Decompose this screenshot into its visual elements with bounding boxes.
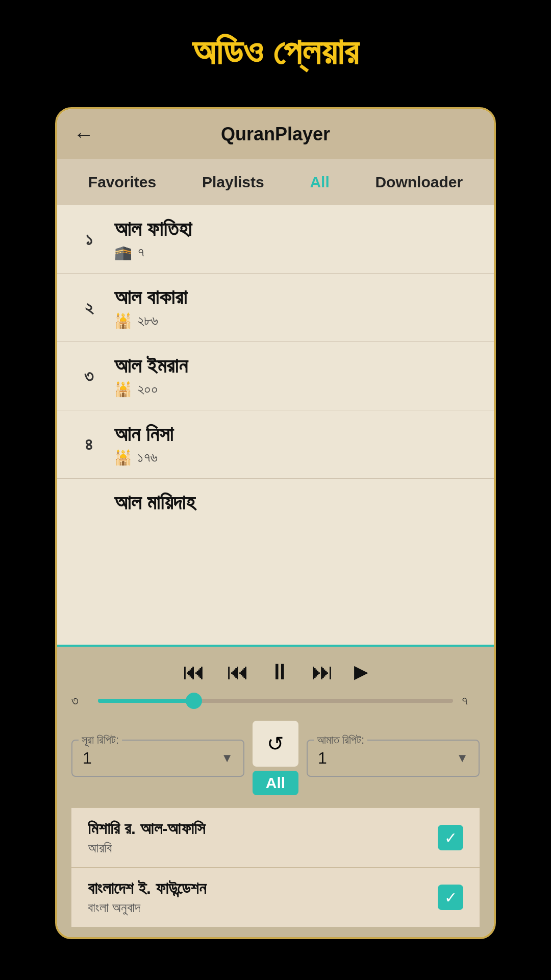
surah-name-4: আন নিসা	[114, 423, 478, 446]
tab-favorites[interactable]: Favorites	[84, 172, 160, 193]
mosque-icon-1: 🕋	[114, 244, 132, 261]
phone-frame: ← QuranPlayer Favorites Playlists All Do…	[55, 107, 496, 939]
surah-item-1[interactable]: ১ আল ফাতিহা 🕋 ৭	[57, 205, 494, 274]
reciter-info-2: বাংলাদেশ ই. ফাউন্ডেশন বাংলা অনুবাদ	[88, 879, 438, 916]
surah-info-3: আল ইমরান 🕌 ২০০	[114, 354, 478, 398]
surah-meta-4: 🕌 ১৭৬	[114, 449, 478, 466]
page-title: অডিও প্লেয়ার	[192, 31, 359, 74]
mosque-icon-4: 🕌	[114, 449, 132, 466]
next-chapter-button[interactable]: ⏭	[311, 659, 334, 684]
surah-number-2: ২	[73, 298, 104, 318]
ayat-repeat-select[interactable]: 1 ▼	[318, 749, 468, 768]
reciter-item-2[interactable]: বাংলাদেশ ই. ফাউন্ডেশন বাংলা অনুবাদ ✓	[71, 867, 480, 927]
reciter-item-1[interactable]: মিশারি র. আল-আফাসি আরবি ✓	[71, 807, 480, 867]
ayat-repeat-label: আমাত রিপিট:	[314, 733, 367, 747]
progress-track[interactable]	[98, 699, 453, 703]
app-header: ← QuranPlayer	[57, 109, 494, 159]
surah-item-3[interactable]: ৩ আল ইমরান 🕌 ২০০	[57, 342, 494, 410]
surah-name-2: আল বাকারা	[114, 286, 478, 309]
surah-list: ১ আল ফাতিহা 🕋 ৭ ২ আল বাকারা 🕌 ২৮৬ ৩	[57, 205, 494, 645]
repeat-row: সূরা রিপিট: 1 ▼ ↺ All আমাত রিপিট: 1 ▼	[71, 721, 480, 795]
surah-count-2: ২৮৬	[137, 312, 158, 329]
back-button[interactable]: ←	[73, 123, 94, 146]
surah-meta-1: 🕋 ৭	[114, 244, 478, 261]
surah-item-2[interactable]: ২ আল বাকারা 🕌 ২৮৬	[57, 274, 494, 342]
reciter-lang-2: বাংলা অনুবাদ	[88, 900, 438, 916]
nav-tabs: Favorites Playlists All Downloader	[57, 159, 494, 205]
player-controls: ⏮ ⏭ ⏸ ⏭ ▶	[71, 659, 480, 684]
surah-info-2: আল বাকারা 🕌 ২৮৬	[114, 286, 478, 329]
tab-all[interactable]: All	[306, 172, 333, 193]
surah-repeat-select[interactable]: 1 ▼	[83, 749, 233, 768]
prev-chapter-button[interactable]: ⏭	[226, 659, 248, 684]
surah-count-4: ১৭৬	[137, 449, 158, 466]
surah-meta-3: 🕌 ২০০	[114, 381, 478, 398]
surah-name-3: আল ইমরান	[114, 354, 478, 378]
mosque-icon-3: 🕌	[114, 381, 132, 398]
repeat-middle: ↺ All	[253, 721, 298, 795]
progress-row: ৩ ৭	[71, 693, 480, 708]
surah-repeat-arrow: ▼	[221, 751, 233, 765]
surah-repeat-label: সূরা রিপিট:	[79, 733, 122, 747]
app-title: QuranPlayer	[221, 124, 330, 145]
prev-track-button[interactable]: ⏮	[183, 659, 205, 684]
surah-info-4: আন নিসা 🕌 ১৭৬	[114, 423, 478, 466]
time-end: ৭	[461, 693, 480, 708]
repeat-icon-button[interactable]: ↺	[253, 721, 298, 767]
reciter-section: মিশারি র. আল-আফাসি আরবি ✓ বাংলাদেশ ই. ফা…	[71, 807, 480, 927]
surah-number-1: ১	[73, 229, 104, 250]
pause-button[interactable]: ⏸	[268, 659, 291, 684]
next-track-button[interactable]: ▶	[354, 661, 368, 682]
surah-repeat-box: সূরা রিপিট: 1 ▼	[71, 740, 244, 777]
ayat-repeat-value: 1	[318, 749, 327, 768]
ayat-repeat-arrow: ▼	[456, 751, 468, 765]
all-button[interactable]: All	[253, 771, 298, 795]
surah-number-3: ৩	[73, 366, 104, 386]
surah-item-5-partial[interactable]: আল মায়িদাহ	[57, 479, 494, 514]
surah-number-4: ৪	[73, 434, 104, 455]
surah-item-4[interactable]: ৪ আন নিসা 🕌 ১৭৬	[57, 410, 494, 479]
repeat-icon: ↺	[267, 732, 284, 755]
player-bar: ⏮ ⏭ ⏸ ⏭ ▶ ৩ ৭ সূরা রিপিট: 1 ▼	[57, 645, 494, 937]
reciter-checkbox-2[interactable]: ✓	[438, 885, 463, 910]
tab-downloader[interactable]: Downloader	[371, 172, 467, 193]
reciter-info-1: মিশারি র. আল-আফাসি আরবি	[88, 819, 438, 856]
ayat-repeat-box: আমাত রিপিট: 1 ▼	[307, 740, 480, 777]
reciter-lang-1: আরবি	[88, 840, 438, 856]
time-start: ৩	[71, 693, 90, 708]
progress-fill	[98, 699, 194, 703]
surah-count-3: ২০০	[137, 381, 158, 398]
surah-repeat-value: 1	[83, 749, 92, 768]
tab-playlists[interactable]: Playlists	[198, 172, 268, 193]
surah-name-5: আল মায়িদাহ	[114, 491, 195, 514]
surah-info-1: আল ফাতিহা 🕋 ৭	[114, 217, 478, 261]
reciter-checkbox-1[interactable]: ✓	[438, 825, 463, 850]
surah-name-1: আল ফাতিহা	[114, 217, 478, 241]
surah-meta-2: 🕌 ২৮৬	[114, 312, 478, 329]
mosque-icon-2: 🕌	[114, 312, 132, 329]
reciter-name-1: মিশারি র. আল-আফাসি	[88, 819, 438, 838]
reciter-name-2: বাংলাদেশ ই. ফাউন্ডেশন	[88, 879, 438, 898]
progress-thumb[interactable]	[186, 693, 202, 709]
surah-count-1: ৭	[137, 244, 144, 261]
